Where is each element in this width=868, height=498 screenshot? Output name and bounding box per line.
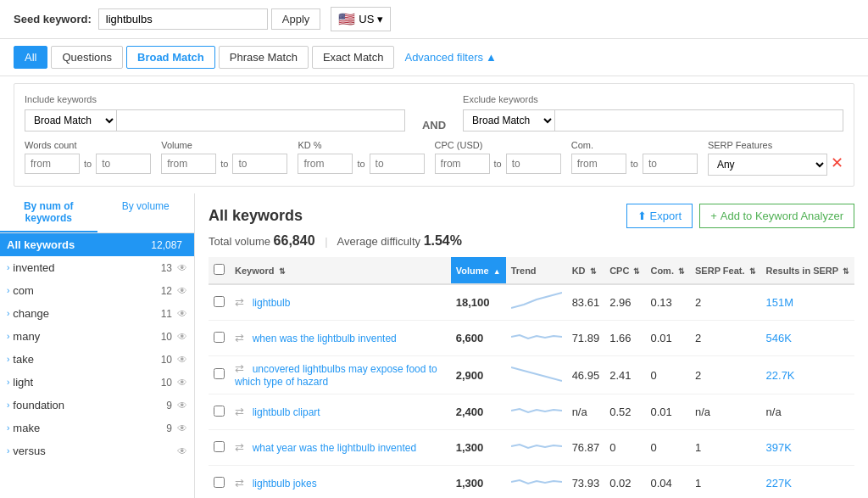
row-checkbox-cell[interactable] (209, 466, 230, 499)
serp-cell: 2 (690, 321, 761, 356)
words-count-to[interactable] (96, 154, 151, 174)
row-checkbox[interactable] (214, 441, 225, 452)
com-to[interactable] (643, 154, 698, 174)
add-keyword-icon[interactable]: ⇄ (235, 296, 244, 309)
col-keyword[interactable]: Keyword ⇅ (230, 257, 451, 284)
eye-icon[interactable]: 👁 (177, 445, 187, 457)
add-keyword-icon[interactable]: ⇄ (235, 406, 244, 418)
export-label: Export (650, 210, 682, 222)
trend-cell (506, 321, 567, 356)
list-item[interactable]: › light 10 👁 (0, 371, 194, 394)
sidebar-item-count: 10 (161, 331, 172, 343)
col-com[interactable]: Com. ⇅ (645, 257, 690, 284)
exclude-keywords-group: Broad Match Phrase Match Exact Match (463, 109, 843, 131)
sidebar-tab-by-volume[interactable]: By volume (97, 193, 195, 232)
clear-filters-button[interactable]: ✕ (831, 154, 843, 176)
include-keywords-section: Include keywords Broad Match Phrase Matc… (25, 94, 405, 131)
kd-to[interactable] (370, 154, 425, 174)
cpc-from[interactable] (435, 154, 490, 174)
keywords-sidebar: By num of keywords By volume All keyword… (0, 193, 195, 498)
add-keyword-icon[interactable]: ⇄ (235, 362, 244, 375)
com-from[interactable] (571, 154, 626, 174)
add-to-analyzer-button[interactable]: + Add to Keyword Analyzer (699, 204, 854, 228)
results-link[interactable]: 397K (766, 441, 792, 454)
include-keywords-input[interactable] (117, 111, 404, 130)
results-cell: 22.7K (761, 356, 854, 394)
advanced-filters-toggle[interactable]: Advanced filters ▲ (404, 51, 496, 64)
list-item[interactable]: › com 12 👁 (0, 279, 194, 302)
exclude-match-select[interactable]: Broad Match Phrase Match Exact Match (464, 110, 555, 131)
chevron-right-icon: › (7, 355, 9, 364)
row-checkbox[interactable] (214, 296, 225, 307)
keyword-link[interactable]: lightbulb (253, 297, 291, 309)
col-volume[interactable]: Volume ▲ (451, 257, 506, 284)
tab-all[interactable]: All (14, 46, 47, 69)
exclude-keywords-input[interactable] (555, 111, 843, 130)
list-item[interactable]: › invented 13 👁 (0, 256, 194, 279)
sidebar-tab-by-num[interactable]: By num of keywords (0, 193, 97, 232)
sidebar-item-label: com (13, 284, 160, 297)
tab-broad-match[interactable]: Broad Match (126, 46, 215, 69)
keyword-link[interactable]: what year was the lightbulb invented (253, 442, 416, 454)
list-item[interactable]: › versus 👁 (0, 439, 194, 462)
eye-icon[interactable]: 👁 (177, 262, 187, 274)
sidebar-all-keywords[interactable]: All keywords 12,087 (0, 233, 194, 256)
serp-cell: 1 (690, 430, 761, 466)
words-count-from[interactable] (25, 154, 80, 174)
add-keyword-icon[interactable]: ⇄ (235, 477, 244, 490)
serp-features-select[interactable]: Any (708, 154, 827, 176)
results-link[interactable]: 22.7K (766, 369, 795, 382)
row-checkbox-cell[interactable] (209, 321, 230, 356)
tab-phrase-match[interactable]: Phrase Match (219, 46, 309, 69)
row-checkbox[interactable] (214, 332, 225, 343)
col-serp[interactable]: SERP Feat. ⇅ (690, 257, 761, 284)
keyword-link[interactable]: lightbulb clipart (253, 406, 320, 418)
include-match-select[interactable]: Broad Match Phrase Match Exact Match (25, 110, 117, 131)
volume-from[interactable] (161, 154, 216, 174)
seed-keyword-input[interactable] (98, 8, 268, 30)
kd-from[interactable] (298, 154, 353, 174)
cpc-to[interactable] (506, 154, 561, 174)
row-checkbox-cell[interactable] (209, 356, 230, 394)
eye-icon[interactable]: 👁 (177, 354, 187, 366)
tab-exact-match[interactable]: Exact Match (312, 46, 395, 69)
eye-icon[interactable]: 👁 (177, 308, 187, 320)
select-all-checkbox-cell[interactable] (209, 257, 230, 284)
volume-to[interactable] (232, 154, 287, 174)
col-results[interactable]: Results in SERP ⇅ (761, 257, 854, 284)
eye-icon[interactable]: 👁 (177, 285, 187, 297)
row-checkbox-cell[interactable] (209, 284, 230, 321)
keyword-link[interactable]: when was the lightbulb invented (253, 333, 397, 344)
keyword-link[interactable]: uncovered lightbulbs may expose food to … (235, 363, 437, 388)
add-keyword-icon[interactable]: ⇄ (235, 441, 244, 454)
list-item[interactable]: › make 9 👁 (0, 417, 194, 439)
cpc-cell: 0.52 (604, 394, 645, 430)
col-cpc[interactable]: CPC ⇅ (604, 257, 645, 284)
keyword-link[interactable]: lightbulb jokes (253, 478, 317, 490)
list-item[interactable]: › foundation 9 👁 (0, 394, 194, 417)
results-link[interactable]: 151M (766, 296, 794, 309)
list-item[interactable]: › take 10 👁 (0, 348, 194, 371)
col-kd[interactable]: KD ⇅ (567, 257, 605, 284)
eye-icon[interactable]: 👁 (177, 331, 187, 343)
results-link[interactable]: 546K (766, 332, 792, 344)
eye-icon[interactable]: 👁 (177, 422, 187, 434)
export-button[interactable]: ⬆ Export (626, 204, 693, 228)
eye-icon[interactable]: 👁 (177, 400, 187, 411)
row-checkbox[interactable] (214, 368, 225, 379)
country-selector[interactable]: 🇺🇸 US ▾ (331, 7, 391, 31)
serp-features-filter: SERP Features Any ✕ (708, 140, 843, 176)
apply-button[interactable]: Apply (271, 8, 321, 30)
select-all-checkbox[interactable] (214, 264, 225, 275)
row-checkbox[interactable] (214, 406, 225, 417)
eye-icon[interactable]: 👁 (177, 377, 187, 389)
row-checkbox[interactable] (214, 477, 225, 488)
tab-questions[interactable]: Questions (51, 46, 123, 69)
list-item[interactable]: › change 11 👁 (0, 302, 194, 325)
list-item[interactable]: › many 10 👁 (0, 325, 194, 348)
results-link[interactable]: 227K (766, 477, 792, 490)
row-checkbox-cell[interactable] (209, 430, 230, 466)
sort-icon-com: ⇅ (678, 267, 685, 276)
row-checkbox-cell[interactable] (209, 394, 230, 430)
add-keyword-icon[interactable]: ⇄ (235, 332, 244, 344)
